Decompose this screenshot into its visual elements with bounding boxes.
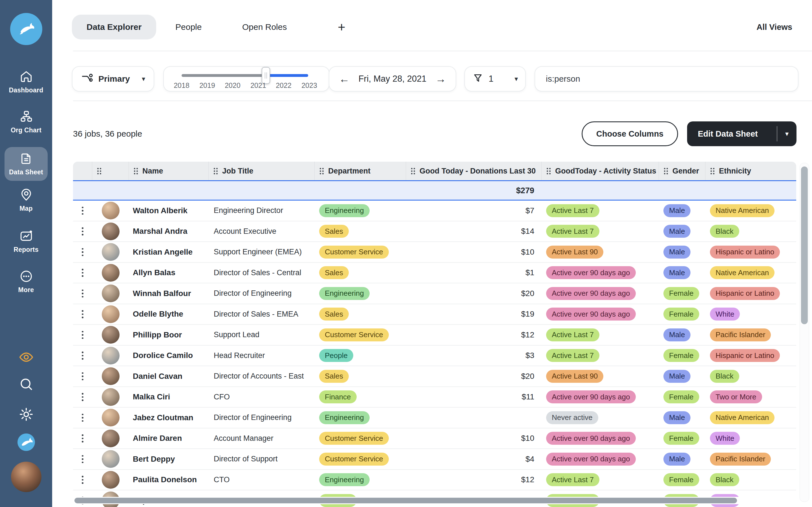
avatar[interactable] <box>102 367 119 385</box>
drag-handle-icon[interactable] <box>134 168 138 174</box>
edit-data-sheet-button[interactable]: Edit Data Sheet ▾ <box>687 121 797 146</box>
horizontal-scrollbar-thumb[interactable] <box>74 498 737 503</box>
kebab-menu-icon[interactable] <box>80 225 86 238</box>
column-header-job-title[interactable]: Job Title <box>209 162 315 180</box>
filter-dropdown[interactable]: 1 ▾ <box>464 66 526 92</box>
person-name[interactable]: Dorolice Camilo <box>129 346 209 366</box>
person-name[interactable]: Paulita Donelson <box>129 470 209 490</box>
column-header-ethnicity[interactable]: Ethnicity <box>705 162 796 180</box>
sidebar-item-map[interactable]: Map <box>2 187 50 212</box>
avatar[interactable] <box>102 326 119 344</box>
kebab-menu-icon[interactable] <box>80 246 86 259</box>
add-view-button[interactable]: + <box>338 15 345 40</box>
table-row[interactable]: Odelle Blythe Director of Sales - EMEA S… <box>73 304 796 325</box>
avatar[interactable] <box>102 243 119 261</box>
drag-handle-icon[interactable] <box>664 168 668 174</box>
avatar[interactable] <box>102 388 119 406</box>
vertical-scrollbar-thumb[interactable] <box>801 166 808 324</box>
avatar[interactable] <box>102 305 119 323</box>
prev-date-arrow[interactable]: ← <box>339 73 350 84</box>
person-name[interactable]: Walton Alberik <box>129 201 209 221</box>
tab-data-explorer[interactable]: Data Explorer <box>72 15 156 40</box>
table-row[interactable]: Winnah Balfour Director of Engineering E… <box>73 283 796 304</box>
drag-handle-icon[interactable] <box>711 168 714 174</box>
kebab-menu-icon[interactable] <box>80 473 86 486</box>
person-name[interactable]: Malka Ciri <box>129 387 209 407</box>
view-mode-button[interactable] <box>18 349 34 365</box>
column-header-activity-status[interactable]: GoodToday - Activity Status <box>542 162 659 180</box>
person-name[interactable]: Allyn Balas <box>129 263 209 283</box>
choose-columns-button[interactable]: Choose Columns <box>581 121 678 146</box>
settings-button[interactable] <box>18 406 34 422</box>
person-name[interactable]: Jabez Cloutman <box>129 407 209 428</box>
table-row[interactable]: Allyn Balas Director of Sales - Central … <box>73 263 796 284</box>
user-profile-avatar[interactable] <box>11 462 42 492</box>
drag-handle-icon[interactable] <box>320 168 324 174</box>
kebab-menu-icon[interactable] <box>80 308 86 321</box>
column-header-gender[interactable]: Gender <box>659 162 705 180</box>
kebab-menu-icon[interactable] <box>80 267 86 279</box>
person-name[interactable]: Marshal Andra <box>129 221 209 242</box>
sidebar-item-data-sheet[interactable]: Data Sheet <box>4 147 48 181</box>
table-row[interactable]: Phillipp Boor Support Lead Customer Serv… <box>73 325 796 346</box>
kebab-menu-icon[interactable] <box>80 329 86 341</box>
tab-people[interactable]: People <box>175 15 202 40</box>
person-name[interactable]: Kristian Angelle <box>129 242 209 262</box>
avatar[interactable] <box>102 347 119 364</box>
table-row[interactable]: Walton Alberik Engineering Director Engi… <box>73 201 796 221</box>
column-header-avatar[interactable] <box>92 162 129 180</box>
person-name[interactable]: Bert Deppy <box>129 449 209 469</box>
all-views-button[interactable]: All Views <box>756 15 792 40</box>
kebab-menu-icon[interactable] <box>80 287 86 300</box>
table-row[interactable]: Kristian Angelle Support Engineer (EMEA)… <box>73 242 796 263</box>
column-header-donations[interactable]: Good Today - Donations Last 30 <box>406 162 542 180</box>
charthop-mini-logo[interactable] <box>17 434 35 451</box>
kebab-menu-icon[interactable] <box>80 349 86 362</box>
person-name[interactable]: Almire Daren <box>129 429 209 449</box>
avatar[interactable] <box>102 284 119 302</box>
chevron-down-icon[interactable]: ▾ <box>777 130 797 137</box>
drag-handle-icon[interactable] <box>97 168 101 174</box>
sidebar-item-org-chart[interactable]: Org Chart <box>2 109 50 134</box>
charthop-logo[interactable] <box>10 13 42 45</box>
kebab-menu-icon[interactable] <box>80 205 86 217</box>
avatar[interactable] <box>102 223 119 240</box>
avatar[interactable] <box>102 471 119 489</box>
table-row[interactable]: Almire Daren Account Manager Customer Se… <box>73 429 796 449</box>
table-row[interactable]: Daniel Cavan Director of Accounts - East… <box>73 366 796 387</box>
person-name[interactable]: Winnah Balfour <box>129 283 209 304</box>
table-row[interactable]: Bert Deppy Director of Support Customer … <box>73 449 796 470</box>
current-date[interactable]: Fri, May 28, 2021 <box>358 74 426 84</box>
global-search-button[interactable] <box>18 376 34 392</box>
timeline-track[interactable] <box>182 74 308 77</box>
table-row[interactable]: Malka Ciri CFO Finance $11 Active over 9… <box>73 387 796 408</box>
table-row[interactable]: Paulita Donelson CTO Engineering $12 Act… <box>73 470 796 491</box>
kebab-menu-icon[interactable] <box>80 432 86 445</box>
sidebar-item-more[interactable]: More <box>2 269 50 294</box>
table-row[interactable]: Jabez Cloutman Director of Engineering E… <box>73 407 796 429</box>
avatar[interactable] <box>102 430 119 447</box>
sidebar-item-reports[interactable]: Reports <box>2 229 50 253</box>
sidebar-item-dashboard[interactable]: Dashboard <box>2 69 50 94</box>
drag-handle-icon[interactable] <box>547 168 551 174</box>
search-input[interactable] <box>545 74 788 84</box>
scenario-dropdown[interactable]: Primary ▾ <box>72 66 154 92</box>
person-name[interactable]: Phillipp Boor <box>129 325 209 345</box>
column-header-name[interactable]: Name <box>129 162 209 180</box>
person-name[interactable]: Odelle Blythe <box>129 304 209 325</box>
avatar[interactable] <box>102 264 119 282</box>
next-date-arrow[interactable]: → <box>435 73 446 84</box>
tab-open-roles[interactable]: Open Roles <box>242 15 287 40</box>
column-header-department[interactable]: Department <box>315 162 406 180</box>
table-row[interactable]: Marshal Andra Account Executive Sales $1… <box>73 221 796 242</box>
kebab-menu-icon[interactable] <box>80 453 86 466</box>
avatar[interactable] <box>102 202 119 219</box>
table-row[interactable]: Dorolice Camilo Head Recruiter People $3… <box>73 346 796 367</box>
avatar[interactable] <box>102 450 119 468</box>
drag-handle-icon[interactable] <box>214 168 218 174</box>
kebab-menu-icon[interactable] <box>80 391 86 403</box>
kebab-menu-icon[interactable] <box>80 370 86 383</box>
avatar[interactable] <box>102 409 119 427</box>
kebab-menu-icon[interactable] <box>80 411 86 424</box>
drag-handle-icon[interactable] <box>411 168 415 174</box>
